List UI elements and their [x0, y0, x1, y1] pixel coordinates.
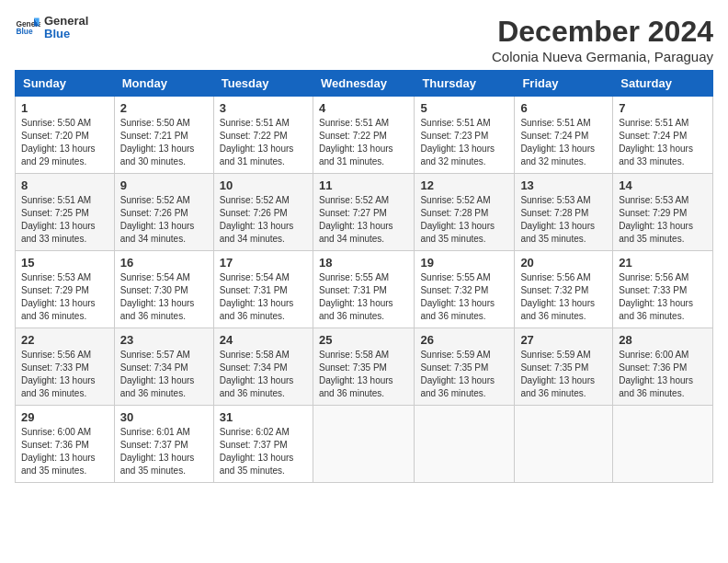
- day-info: Sunrise: 5:50 AM Sunset: 7:20 PM Dayligh…: [21, 117, 108, 168]
- day-number: 12: [420, 178, 508, 192]
- day-info: Sunrise: 5:51 AM Sunset: 7:22 PM Dayligh…: [220, 117, 307, 168]
- page-title: December 2024: [492, 15, 713, 49]
- day-info: Sunrise: 5:56 AM Sunset: 7:33 PM Dayligh…: [619, 271, 707, 323]
- calendar-cell: 30Sunrise: 6:01 AM Sunset: 7:37 PM Dayli…: [114, 406, 213, 483]
- title-block: December 2024 Colonia Nueva Germania, Pa…: [492, 15, 713, 64]
- calendar-cell: 17Sunrise: 5:54 AM Sunset: 7:31 PM Dayli…: [213, 251, 313, 328]
- day-info: Sunrise: 5:51 AM Sunset: 7:24 PM Dayligh…: [619, 117, 707, 168]
- calendar-cell: 23Sunrise: 5:57 AM Sunset: 7:34 PM Dayli…: [114, 328, 213, 406]
- calendar-header-row: SundayMondayTuesdayWednesdayThursdayFrid…: [16, 71, 713, 97]
- calendar-cell: 7Sunrise: 5:51 AM Sunset: 7:24 PM Daylig…: [613, 97, 713, 174]
- calendar-cell: 24Sunrise: 5:58 AM Sunset: 7:34 PM Dayli…: [213, 328, 313, 406]
- day-info: Sunrise: 5:52 AM Sunset: 7:26 PM Dayligh…: [120, 194, 208, 246]
- calendar-cell: 9Sunrise: 5:52 AM Sunset: 7:26 PM Daylig…: [114, 174, 213, 251]
- day-info: Sunrise: 5:53 AM Sunset: 7:28 PM Dayligh…: [520, 194, 607, 246]
- calendar-cell: 3Sunrise: 5:51 AM Sunset: 7:22 PM Daylig…: [213, 97, 313, 174]
- day-number: 14: [619, 178, 707, 192]
- day-info: Sunrise: 5:52 AM Sunset: 7:26 PM Dayligh…: [220, 194, 307, 246]
- calendar-header-thursday: Thursday: [415, 71, 515, 97]
- day-info: Sunrise: 5:53 AM Sunset: 7:29 PM Dayligh…: [21, 271, 108, 323]
- day-info: Sunrise: 5:51 AM Sunset: 7:22 PM Dayligh…: [319, 117, 408, 168]
- calendar-header-friday: Friday: [515, 71, 613, 97]
- calendar-table: SundayMondayTuesdayWednesdayThursdayFrid…: [15, 70, 713, 483]
- calendar-cell: 6Sunrise: 5:51 AM Sunset: 7:24 PM Daylig…: [515, 97, 613, 174]
- day-number: 29: [21, 410, 108, 424]
- day-info: Sunrise: 5:51 AM Sunset: 7:23 PM Dayligh…: [420, 117, 508, 168]
- day-info: Sunrise: 5:52 AM Sunset: 7:28 PM Dayligh…: [420, 194, 508, 246]
- day-info: Sunrise: 5:58 AM Sunset: 7:35 PM Dayligh…: [319, 349, 408, 400]
- day-info: Sunrise: 6:00 AM Sunset: 7:36 PM Dayligh…: [21, 426, 108, 477]
- calendar-week-row: 15Sunrise: 5:53 AM Sunset: 7:29 PM Dayli…: [16, 251, 713, 328]
- day-number: 23: [120, 333, 208, 347]
- day-number: 10: [220, 178, 307, 192]
- day-info: Sunrise: 5:56 AM Sunset: 7:32 PM Dayligh…: [520, 271, 607, 323]
- day-info: Sunrise: 5:55 AM Sunset: 7:32 PM Dayligh…: [420, 271, 508, 323]
- day-number: 2: [120, 101, 208, 115]
- calendar-cell: 4Sunrise: 5:51 AM Sunset: 7:22 PM Daylig…: [313, 97, 414, 174]
- day-number: 6: [520, 101, 607, 115]
- calendar-header-saturday: Saturday: [613, 71, 713, 97]
- day-info: Sunrise: 5:52 AM Sunset: 7:27 PM Dayligh…: [319, 194, 408, 246]
- logo-text-blue: Blue: [44, 28, 88, 40]
- calendar-cell: 20Sunrise: 5:56 AM Sunset: 7:32 PM Dayli…: [515, 251, 613, 328]
- calendar-cell: 8Sunrise: 5:51 AM Sunset: 7:25 PM Daylig…: [16, 174, 115, 251]
- calendar-week-row: 1Sunrise: 5:50 AM Sunset: 7:20 PM Daylig…: [16, 97, 713, 174]
- calendar-week-row: 29Sunrise: 6:00 AM Sunset: 7:36 PM Dayli…: [16, 406, 713, 483]
- day-number: 4: [319, 101, 408, 115]
- calendar-cell: [415, 406, 515, 483]
- day-number: 20: [520, 256, 607, 270]
- day-number: 17: [220, 256, 307, 270]
- calendar-cell: [313, 406, 414, 483]
- day-info: Sunrise: 6:01 AM Sunset: 7:37 PM Dayligh…: [120, 426, 208, 477]
- logo: General Blue General Blue: [15, 15, 88, 41]
- day-number: 21: [619, 256, 707, 270]
- calendar-cell: 11Sunrise: 5:52 AM Sunset: 7:27 PM Dayli…: [313, 174, 414, 251]
- calendar-cell: 25Sunrise: 5:58 AM Sunset: 7:35 PM Dayli…: [313, 328, 414, 406]
- calendar-header-monday: Monday: [114, 71, 213, 97]
- calendar-cell: 1Sunrise: 5:50 AM Sunset: 7:20 PM Daylig…: [16, 97, 115, 174]
- day-number: 26: [420, 333, 508, 347]
- day-number: 25: [319, 333, 408, 347]
- day-info: Sunrise: 5:55 AM Sunset: 7:31 PM Dayligh…: [319, 271, 408, 323]
- day-number: 15: [21, 256, 108, 270]
- calendar-week-row: 8Sunrise: 5:51 AM Sunset: 7:25 PM Daylig…: [16, 174, 713, 251]
- day-info: Sunrise: 6:02 AM Sunset: 7:37 PM Dayligh…: [220, 426, 307, 477]
- day-number: 18: [319, 256, 408, 270]
- svg-text:Blue: Blue: [16, 27, 32, 36]
- calendar-cell: 21Sunrise: 5:56 AM Sunset: 7:33 PM Dayli…: [613, 251, 713, 328]
- logo-icon: General Blue: [15, 15, 40, 40]
- page-subtitle: Colonia Nueva Germania, Paraguay: [492, 49, 713, 64]
- day-number: 30: [120, 410, 208, 424]
- calendar-cell: 15Sunrise: 5:53 AM Sunset: 7:29 PM Dayli…: [16, 251, 115, 328]
- calendar-cell: [515, 406, 613, 483]
- day-number: 5: [420, 101, 508, 115]
- calendar-header-wednesday: Wednesday: [313, 71, 414, 97]
- calendar-cell: 2Sunrise: 5:50 AM Sunset: 7:21 PM Daylig…: [114, 97, 213, 174]
- day-number: 11: [319, 178, 408, 192]
- day-number: 9: [120, 178, 208, 192]
- day-info: Sunrise: 6:00 AM Sunset: 7:36 PM Dayligh…: [619, 349, 707, 400]
- calendar-cell: 26Sunrise: 5:59 AM Sunset: 7:35 PM Dayli…: [415, 328, 515, 406]
- calendar-cell: 31Sunrise: 6:02 AM Sunset: 7:37 PM Dayli…: [213, 406, 313, 483]
- day-info: Sunrise: 5:50 AM Sunset: 7:21 PM Dayligh…: [120, 117, 208, 168]
- calendar-cell: 12Sunrise: 5:52 AM Sunset: 7:28 PM Dayli…: [415, 174, 515, 251]
- day-number: 1: [21, 101, 108, 115]
- day-info: Sunrise: 5:53 AM Sunset: 7:29 PM Dayligh…: [619, 194, 707, 246]
- day-info: Sunrise: 5:59 AM Sunset: 7:35 PM Dayligh…: [520, 349, 607, 400]
- day-info: Sunrise: 5:54 AM Sunset: 7:31 PM Dayligh…: [220, 271, 307, 323]
- day-number: 8: [21, 178, 108, 192]
- day-info: Sunrise: 5:51 AM Sunset: 7:25 PM Dayligh…: [21, 194, 108, 246]
- calendar-cell: 10Sunrise: 5:52 AM Sunset: 7:26 PM Dayli…: [213, 174, 313, 251]
- day-info: Sunrise: 5:51 AM Sunset: 7:24 PM Dayligh…: [520, 117, 607, 168]
- day-number: 16: [120, 256, 208, 270]
- day-info: Sunrise: 5:59 AM Sunset: 7:35 PM Dayligh…: [420, 349, 508, 400]
- calendar-cell: 14Sunrise: 5:53 AM Sunset: 7:29 PM Dayli…: [613, 174, 713, 251]
- calendar-cell: 16Sunrise: 5:54 AM Sunset: 7:30 PM Dayli…: [114, 251, 213, 328]
- calendar-cell: 13Sunrise: 5:53 AM Sunset: 7:28 PM Dayli…: [515, 174, 613, 251]
- day-number: 28: [619, 333, 707, 347]
- day-number: 3: [220, 101, 307, 115]
- calendar-week-row: 22Sunrise: 5:56 AM Sunset: 7:33 PM Dayli…: [16, 328, 713, 406]
- calendar-cell: 28Sunrise: 6:00 AM Sunset: 7:36 PM Dayli…: [613, 328, 713, 406]
- calendar-cell: 22Sunrise: 5:56 AM Sunset: 7:33 PM Dayli…: [16, 328, 115, 406]
- calendar-cell: [613, 406, 713, 483]
